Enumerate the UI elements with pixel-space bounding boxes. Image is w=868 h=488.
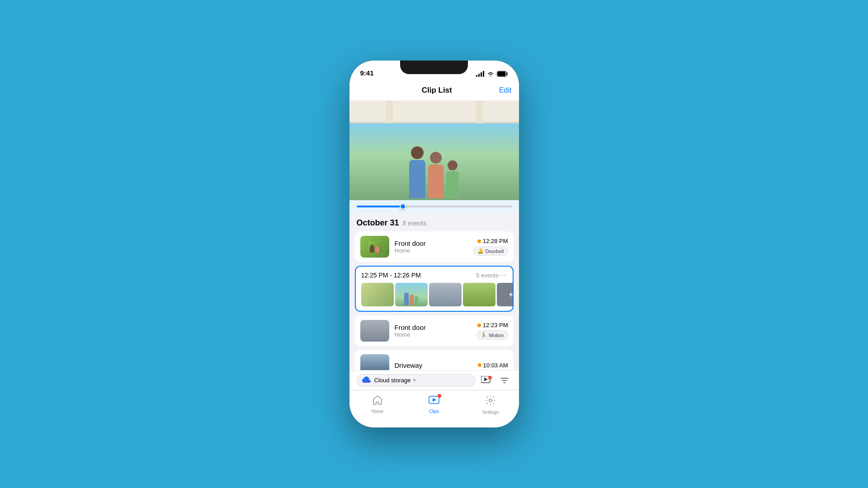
timeline-track[interactable] <box>357 206 512 207</box>
tab-bar: Home Clips <box>349 390 519 427</box>
group-event[interactable]: 12:25 PM - 12:26 PM 5 events ··· <box>355 266 514 312</box>
group-thumb-3[interactable] <box>429 283 462 306</box>
clips-icon <box>429 395 439 408</box>
tab-settings-label: Settings <box>482 410 499 415</box>
motion-icon: 🏃 <box>481 332 487 338</box>
svg-text:!: ! <box>490 377 491 380</box>
timeline-thumb[interactable] <box>400 203 406 210</box>
group-thumbnails: +1 <box>356 283 513 311</box>
playback-history-button[interactable]: ! <box>479 373 494 388</box>
filter-button[interactable] <box>497 373 512 388</box>
tab-settings[interactable]: Settings <box>462 395 519 415</box>
tab-clips[interactable]: Clips <box>406 395 462 414</box>
clip-time-text-2: 12:23 PM <box>483 322 508 328</box>
timeline-progress <box>357 206 403 207</box>
nav-title: Clip List <box>375 86 499 95</box>
motion-badge: 🏃 Motion <box>476 330 508 340</box>
home-icon <box>372 395 383 408</box>
motion-label: Motion <box>489 333 504 338</box>
settings-icon <box>485 395 496 408</box>
clip-info-2: Front door Home <box>395 324 472 338</box>
group-time-range: 12:25 PM - 12:26 PM <box>361 272 474 279</box>
tab-home[interactable]: Home <box>349 395 406 414</box>
clip-name-2: Front door <box>395 324 472 331</box>
clip-row: Front door Home 12:28 PM 🔔 Doorbell <box>355 231 514 262</box>
edit-button[interactable]: Edit <box>499 86 512 94</box>
clip-thumbnail-2 <box>360 320 389 342</box>
group-thumb-1[interactable] <box>361 283 394 306</box>
group-thumb-extra[interactable]: +1 <box>497 283 513 306</box>
status-time: 9:41 <box>360 69 374 77</box>
thumb-family <box>360 236 389 258</box>
bottom-toolbar: Cloud storage ▾ ! <box>349 370 519 390</box>
extra-count: +1 <box>497 283 513 306</box>
notch <box>400 61 468 74</box>
clip-location-1: Home <box>395 247 468 254</box>
clip-meta-1: 12:28 PM 🔔 Doorbell <box>473 238 508 256</box>
clip-info-1: Front door Home <box>395 239 468 254</box>
clip-meta-2: 12:23 PM 🏃 Motion <box>476 322 508 340</box>
section-event-count: 8 events <box>403 220 427 227</box>
tab-home-label: Home <box>372 409 384 414</box>
section-date: October 31 <box>357 218 399 228</box>
clip-row-2: Front door Home 12:23 PM 🏃 Motion <box>355 315 514 346</box>
phone-screen: 9:41 <box>349 61 519 427</box>
hero-image <box>349 101 519 200</box>
orange-dot-2 <box>477 324 481 327</box>
clip-name-3: Driveway <box>395 361 472 369</box>
filter-icon <box>500 376 509 385</box>
orange-dot-3 <box>478 363 481 367</box>
clips-badge <box>438 394 441 398</box>
wifi-icon <box>487 71 494 77</box>
status-icons <box>476 71 508 77</box>
section-header: October 31 8 events <box>349 213 519 231</box>
clip-info-3: Driveway <box>395 361 472 369</box>
tab-clips-label: Clips <box>429 409 439 414</box>
clip-item-frontdoor-motion[interactable]: Front door Home 12:23 PM 🏃 Motion <box>355 315 514 346</box>
more-options-icon[interactable]: ··· <box>498 271 507 279</box>
clip-time-text-3: 10:03 AM <box>483 362 508 369</box>
clip-name-1: Front door <box>395 239 468 247</box>
orange-dot-1 <box>477 239 481 243</box>
signal-icon <box>476 71 484 77</box>
group-event-count: 5 events <box>476 272 498 279</box>
group-thumb-2[interactable] <box>395 283 428 306</box>
clip-time-3: 10:03 AM <box>478 362 508 369</box>
battery-icon <box>497 71 508 77</box>
phone-frame: 9:41 <box>349 61 519 427</box>
bell-icon: 🔔 <box>477 248 484 254</box>
clip-thumbnail-1 <box>360 236 389 258</box>
cloud-storage-label: Cloud storage <box>374 377 411 384</box>
clip-location-2: Home <box>395 331 472 338</box>
cloud-storage-icon <box>362 376 372 385</box>
clip-time-2: 12:23 PM <box>477 322 508 328</box>
group-header: 12:25 PM - 12:26 PM 5 events ··· <box>356 267 513 283</box>
doorbell-label: Doorbell <box>486 249 504 254</box>
svg-point-11 <box>489 399 492 402</box>
svg-marker-10 <box>433 398 436 402</box>
clip-meta-3: 10:03 AM <box>478 362 508 369</box>
group-thumb-4[interactable] <box>463 283 495 306</box>
svg-marker-3 <box>484 377 488 381</box>
svg-rect-1 <box>497 72 505 76</box>
cloud-storage-arrow: ▾ <box>413 377 416 383</box>
thumb-door <box>360 320 389 342</box>
timeline-bar[interactable] <box>349 200 519 213</box>
playback-icon: ! <box>481 376 492 385</box>
clip-time-text-1: 12:28 PM <box>483 238 508 244</box>
cloud-storage-selector[interactable]: Cloud storage ▾ <box>357 374 476 387</box>
clip-time-1: 12:28 PM <box>477 238 508 244</box>
clip-item-frontdoor-doorbell[interactable]: Front door Home 12:28 PM 🔔 Doorbell <box>355 231 514 262</box>
nav-bar: Clip List Edit <box>349 80 519 101</box>
doorbell-badge: 🔔 Doorbell <box>473 246 508 256</box>
